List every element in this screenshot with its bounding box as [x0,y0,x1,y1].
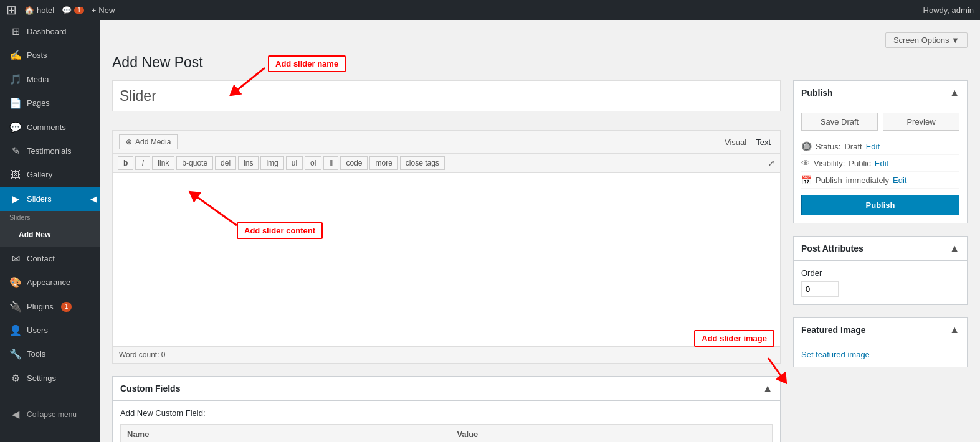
admin-bar-site[interactable]: 🏠 hotel [24,6,54,15]
sidebar-item-label: Users [27,325,48,336]
format-close-tags[interactable]: close tags [400,156,445,170]
sidebar-item-dashboard[interactable]: ⊞ Dashboard [0,20,100,44]
sidebar-item-contact[interactable]: ✉ Contact [0,247,100,271]
format-ol[interactable]: ol [305,156,321,170]
post-attributes-header[interactable]: Post Attributes ▲ [794,237,967,261]
editor-sidebar: Publish ▲ Save Draft Preview 🔘 Status: [793,80,968,442]
order-input[interactable] [801,281,839,297]
format-bold[interactable]: b [118,156,133,170]
sidebar-item-label: Plugins [27,301,54,313]
sidebar-item-label: Contact [27,253,55,265]
custom-fields-header[interactable]: Custom Fields ▲ [113,377,780,401]
admin-bar-notifications[interactable]: 💬 1 [62,6,84,15]
post-attributes-content: Order [794,261,967,304]
posts-icon: ✍ [9,49,22,62]
dashboard-icon: ⊞ [9,25,22,39]
screen-options-button[interactable]: Screen Options ▼ [885,32,968,48]
wp-logo-icon: ⊞ [6,2,17,17]
sidebar-item-pages[interactable]: 📄 Pages [0,92,100,115]
visibility-edit-link[interactable]: Edit [875,159,888,168]
schedule-edit-link[interactable]: Edit [893,176,906,185]
tools-icon: 🔧 [9,347,22,361]
sidebar-item-media[interactable]: 🎵 Media [0,68,100,92]
visibility-value: Public [849,159,870,168]
publish-box-content: Save Draft Preview 🔘 Status: Draft Edit [794,105,967,223]
sidebar-sub-add-new[interactable]: Add New [0,223,100,247]
screen-options-bar: Screen Options ▼ [112,32,968,48]
format-img[interactable]: img [260,156,283,170]
annotation-box-slider-name: Add slider name [268,55,346,72]
format-code[interactable]: code [340,156,368,170]
sidebar-item-comments[interactable]: 💬 Comments [0,116,100,139]
visibility-icon: 👁 [801,158,810,168]
sidebar-item-gallery[interactable]: 🖼 Gallery [0,163,100,187]
admin-bar-new[interactable]: + New [92,6,115,15]
svg-line-3 [193,194,237,225]
publish-button[interactable]: Publish [801,195,959,215]
publish-box-toggle[interactable]: ▲ [949,87,959,98]
sidebar-item-users[interactable]: 👤 Users [0,319,100,342]
sidebar-item-label: Posts [27,50,47,61]
pages-icon: 📄 [9,96,22,110]
custom-fields-toggle[interactable]: ▲ [763,383,773,394]
schedule-row: 📅 Publish immediately Edit [801,172,959,189]
sidebar-item-posts[interactable]: ✍ Posts [0,44,100,67]
schedule-icon: 📅 [801,175,812,185]
editor-view-tabs: Visual Text [721,136,774,148]
sidebar-item-tools[interactable]: 🔧 Tools [0,342,100,366]
sidebar-item-sliders[interactable]: ▶ Sliders ◀ [0,187,100,211]
format-ul[interactable]: ul [286,156,303,170]
sidebar-item-label: Appearance [27,277,70,288]
status-icon: 🔘 [801,141,812,151]
post-attributes-toggle[interactable]: ▲ [949,243,959,254]
custom-fields-table: Name Value [120,424,773,442]
sidebar: ⊞ Dashboard ✍ Posts 🎵 Media 📄 Pa [0,20,100,442]
admin-bar-howdy: Howdy, admin [923,6,974,15]
editor-footer: Word count: 0 [112,347,781,364]
sidebar-item-label: Pages [27,98,50,109]
post-attributes-title: Post Attributes [801,243,863,253]
featured-image-content: Set featured image Add slider image [794,342,967,367]
status-label: Status: [816,142,840,151]
format-italic[interactable]: i [135,156,150,170]
format-li[interactable]: li [323,156,338,170]
format-ins[interactable]: ins [238,156,259,170]
sidebar-item-label: Sliders [27,194,52,205]
sidebar-item-settings[interactable]: ⚙ Settings [0,367,100,390]
collapse-icon: ◀ [9,408,22,421]
sidebar-item-label: Settings [27,373,56,384]
editor-format-bar: b i link b-quote del ins img ul ol li co… [112,153,781,172]
status-edit-link[interactable]: Edit [866,142,880,151]
order-label: Order [801,268,959,278]
sidebar-collapse-menu[interactable]: ◀ Collapse menu [0,403,100,426]
format-del[interactable]: del [215,156,236,170]
media-icon: 🎵 [9,73,22,87]
custom-fields-section: Custom Fields ▲ Add New Custom Field: Na… [112,376,781,442]
featured-image-header[interactable]: Featured Image ▲ [794,318,967,342]
editor-main: Add slider name [112,80,781,442]
set-featured-image-link[interactable]: Set featured image [801,350,870,359]
sidebar-item-testimonials[interactable]: ✎ Testimonials [0,139,100,163]
publish-box-header[interactable]: Publish ▲ [794,81,967,105]
featured-image-toggle[interactable]: ▲ [949,324,959,336]
tab-visual[interactable]: Visual [721,136,749,148]
format-more[interactable]: more [369,156,397,170]
sidebar-item-appearance[interactable]: 🎨 Appearance [0,271,100,294]
add-media-button[interactable]: ⊕ Add Media [119,134,178,149]
custom-fields-title: Custom Fields [120,383,180,393]
format-link[interactable]: link [152,156,174,170]
format-bquote[interactable]: b-quote [176,156,213,170]
featured-image-title: Featured Image [801,325,865,335]
save-draft-button[interactable]: Save Draft [801,113,878,131]
publish-meta: 🔘 Status: Draft Edit 👁 Visibility: Publi… [801,138,959,189]
sidebar-item-plugins[interactable]: 🔌 Plugins 1 [0,295,100,319]
plugins-icon: 🔌 [9,300,22,314]
appearance-icon: 🎨 [9,276,22,289]
tab-text[interactable]: Text [753,136,774,148]
editor-expand-button[interactable]: ⤢ [768,158,775,168]
preview-button[interactable]: Preview [883,113,959,131]
post-title-input[interactable] [112,80,781,111]
visibility-label: Visibility: [814,159,845,168]
visibility-row: 👁 Visibility: Public Edit [801,155,959,172]
comments-icon: 💬 [9,121,22,134]
